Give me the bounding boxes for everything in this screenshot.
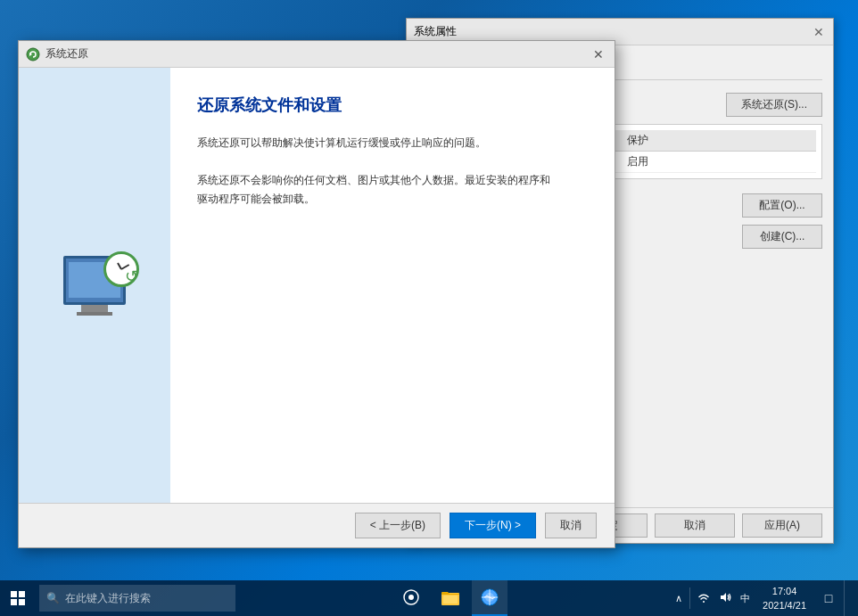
svg-rect-4 <box>11 599 17 605</box>
monitor-base <box>77 312 112 316</box>
language-indicator[interactable]: 中 <box>737 590 754 607</box>
volume-icon[interactable] <box>715 589 735 607</box>
show-desktop-button[interactable] <box>844 580 851 616</box>
sys-props-title: 系统属性 <box>414 24 457 39</box>
file-explorer-icon <box>441 588 459 606</box>
dialog-sidebar: ↺ <box>19 68 170 503</box>
dialog-footer: < 上一步(B) 下一步(N) > 取消 <box>19 503 615 547</box>
monitor-stand <box>81 305 108 312</box>
task-view-icon <box>402 588 420 606</box>
dialog-title-text: 系统还原 <box>45 46 88 62</box>
taskbar-middle <box>235 580 664 616</box>
dialog-body: ↺ 还原系统文件和设置 系统还原可以帮助解决使计算机运行缓慢或停止响应的问题。 … <box>19 68 615 503</box>
dialog-paragraph2: 系统还原不会影响你的任何文档、图片或其他个人数据。最近安装的程序和驱动程序可能会… <box>197 171 588 209</box>
svg-point-0 <box>27 48 39 61</box>
dialog-titlebar: 系统还原 ✕ <box>19 41 615 68</box>
svg-marker-14 <box>721 593 726 602</box>
clock-date: 2021/4/21 <box>763 598 806 613</box>
search-icon: 🔍 <box>46 592 60 604</box>
back-button[interactable]: < 上一步(B) <box>355 513 441 538</box>
system-restore-icon <box>26 47 40 62</box>
search-bar[interactable]: 🔍 在此键入进行搜索 <box>39 585 235 612</box>
dialog-paragraph1: 系统还原可以帮助解决使计算机运行缓慢或停止响应的问题。 <box>197 134 588 153</box>
desktop: 系统属性 ✕ 远程 使用系统还原来撤销系统更改。 系统还原(S)... 保护 启… <box>0 0 858 616</box>
tray-chevron[interactable]: ∧ <box>672 591 686 606</box>
dialog-main: 还原系统文件和设置 系统还原可以帮助解决使计算机运行缓慢或停止响应的问题。 系统… <box>170 68 615 503</box>
taskbar: 🔍 在此键入进行搜索 <box>0 580 858 616</box>
search-placeholder-text: 在此键入进行搜索 <box>65 591 151 606</box>
svg-rect-2 <box>11 591 17 597</box>
config-button[interactable]: 配置(O)... <box>742 193 822 218</box>
windows-logo-icon <box>11 591 25 605</box>
start-button[interactable] <box>0 580 36 616</box>
clock-time: 17:04 <box>763 584 806 599</box>
sys-props-titlebar-left: 系统属性 <box>414 24 457 39</box>
svg-rect-9 <box>443 595 458 604</box>
taskbar-task-view[interactable] <box>393 580 429 616</box>
cancel-button[interactable]: 取消 <box>655 513 735 538</box>
taskbar-browser[interactable] <box>472 580 507 616</box>
row1-protection: 启用 <box>620 152 816 172</box>
dialog-heading: 还原系统文件和设置 <box>197 94 588 116</box>
col-protection: 保护 <box>620 130 816 151</box>
sys-props-close-btn[interactable]: ✕ <box>812 25 826 39</box>
dialog-titlebar-left: 系统还原 <box>26 46 88 62</box>
tray-separator <box>689 587 690 609</box>
notification-button[interactable]: □ <box>815 580 842 616</box>
computer-icon: ↺ <box>63 256 126 316</box>
svg-point-7 <box>408 595 414 600</box>
network-icon[interactable] <box>694 589 714 607</box>
system-restore-button[interactable]: 系统还原(S)... <box>726 93 822 117</box>
next-button[interactable]: 下一步(N) > <box>450 513 536 538</box>
cancel-dialog-button[interactable]: 取消 <box>545 513 597 538</box>
dialog-close-button[interactable]: ✕ <box>590 45 607 63</box>
create-button[interactable]: 创建(C)... <box>742 225 822 249</box>
system-restore-dialog: 系统还原 ✕ <box>18 40 615 548</box>
browser-icon <box>481 588 499 606</box>
taskbar-file-explorer[interactable] <box>433 580 468 616</box>
restore-illustration: ↺ <box>37 227 153 343</box>
svg-rect-3 <box>19 591 25 597</box>
clock-overlay: ↺ <box>103 251 139 287</box>
taskbar-right: ∧ 中 17:04 <box>664 580 858 616</box>
svg-rect-5 <box>19 599 25 605</box>
apply-button[interactable]: 应用(A) <box>742 513 822 538</box>
clock-arrow: ↺ <box>125 267 138 286</box>
clock-display[interactable]: 17:04 2021/4/21 <box>755 582 813 615</box>
